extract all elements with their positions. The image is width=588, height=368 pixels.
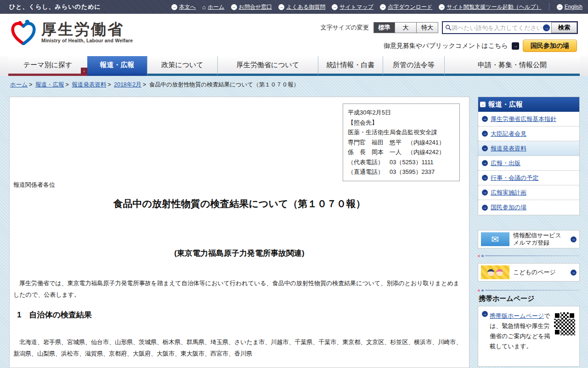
mhlw-logo-mark — [10, 19, 37, 45]
top-link-main-content[interactable]: 本文へ — [179, 3, 196, 11]
top-link-sitemap[interactable]: サイトマップ — [339, 3, 373, 11]
search-button[interactable]: 検索 — [551, 22, 577, 33]
breadcrumb-separator: > — [107, 81, 111, 88]
page-title: 食品中の放射性物質の検査結果について（第１０７０報） — [10, 197, 469, 210]
top-link-faq[interactable]: よくある御質問 — [286, 3, 325, 11]
logo-subtitle: Ministry of Health, Labour and Welfare — [41, 38, 133, 43]
mobile-homepage-link[interactable]: 携帯版ホームページ — [490, 312, 544, 319]
kids-page-banner[interactable]: こどものページ → — [478, 263, 580, 282]
contact-line: 係 長 岡本 一人 （内線4242） — [348, 147, 455, 157]
font-size-large-button[interactable]: 大 — [395, 22, 417, 33]
top-link-english[interactable]: English — [565, 4, 582, 10]
sidebar-nav-header: → 報道・広報 — [478, 97, 579, 112]
mhlw-logo[interactable]: 厚生労働省 Ministry of Health, Labour and Wel… — [10, 19, 133, 45]
main-content: 平成30年2月5日 【照会先】 医薬・生活衛生局食品監視安全課 専門官 福田 悠… — [9, 97, 469, 368]
search-bar: → 検索 — [442, 21, 578, 34]
qr-code — [554, 312, 576, 336]
salutation: 報道関係者各位 — [13, 181, 55, 189]
arrow-circle-icon: → — [557, 4, 563, 10]
contact-line: 医薬・生活衛生局食品監視安全課 — [348, 127, 455, 138]
arrow-circle-icon: → — [278, 4, 284, 10]
mailmag-line1: 情報配信サービス — [513, 232, 561, 239]
sidebar-item-events[interactable]: → 行事・会議の予定 — [478, 171, 579, 185]
breadcrumb-press-releases[interactable]: 報道発表資料 — [72, 81, 106, 88]
global-nav: テーマ別に探す ↓ 報道・広報 政策について 厚生労働省について 統計情報・白書… — [0, 56, 588, 76]
font-size-switcher: 標準 大 特大 — [373, 22, 438, 33]
contact-line: （直通電話） 03（3595）2337 — [348, 167, 455, 177]
tab-label: 申請・募集・情報公開 — [478, 61, 547, 69]
site-tagline: ひと、くらし、みらいのために — [9, 3, 101, 11]
sidebar-item-label: 広報実施計画 — [491, 189, 526, 197]
sidebar-item-label: 国民参加の場 — [491, 203, 526, 212]
arrow-circle-icon: → — [571, 236, 577, 242]
top-utility-bar: ひと、くらし、みらいのために →本文へ ⌂ホーム →お問合せ窓口 →よくある御質… — [0, 0, 588, 14]
top-link-home[interactable]: ホーム — [208, 3, 225, 11]
sidebar-nav-title: 報道・広報 — [488, 100, 523, 109]
tab-label: テーマ別に探す — [23, 61, 72, 69]
sidebar-item-label: 行事・会議の予定 — [491, 174, 538, 182]
breadcrumb-current: 食品中の放射性物質の検査結果について（第１０７０報） — [149, 81, 300, 88]
arrow-circle-icon: → — [482, 145, 488, 151]
contact-line: （代表電話） 03（5253）1111 — [348, 157, 455, 167]
breadcrumb-separator: > — [65, 81, 68, 88]
kids-icon — [481, 265, 509, 279]
site-header: 厚生労働省 Ministry of Health, Labour and Wel… — [0, 14, 588, 56]
header-tools: 文字サイズの変更 標準 大 特大 → 検索 — [321, 21, 578, 34]
top-link-accessibility-tool[interactable]: サイト閲覧支援ツール起動（ヘルプ） — [447, 3, 541, 11]
home-icon: ⌂ — [202, 4, 206, 10]
arrow-circle-icon: → — [482, 311, 488, 317]
tab-about-mhlw[interactable]: 厚生労働省について — [217, 56, 318, 76]
sidebar-item-label: 報道発表資料 — [491, 144, 526, 153]
breadcrumb-home[interactable]: ホーム — [10, 81, 28, 88]
breadcrumb-press[interactable]: 報道・広報 — [35, 81, 64, 88]
sidebar-item-pr-plan[interactable]: → 広報実施計画 — [478, 185, 579, 200]
tab-policy[interactable]: 政策について — [147, 56, 217, 76]
arrow-circle-icon: → — [380, 4, 386, 10]
sidebar-item-press-releases[interactable]: → 報道発表資料 — [478, 141, 579, 156]
arrow-circle-icon: → — [482, 190, 488, 196]
kids-banner-label: こどものページ — [513, 269, 567, 276]
chevron-down-icon[interactable]: ↓ — [81, 68, 87, 74]
arrow-circle-icon: → — [482, 160, 488, 166]
font-size-xlarge-button[interactable]: 特大 — [417, 22, 438, 33]
contact-info-box: 平成30年2月5日 【照会先】 医薬・生活衛生局食品監視安全課 専門官 福田 悠… — [343, 104, 460, 181]
tab-laws[interactable]: 所管の法令等 — [383, 56, 444, 76]
public-participation-button[interactable]: 国民参加の場 — [523, 40, 577, 52]
mailmag-banner[interactable]: ✉ 情報配信サービス メルマガ登録 → — [478, 230, 580, 248]
top-links: →本文へ ⌂ホーム →お問合せ窓口 →よくある御質問 →サイトマップ →点字ダウ… — [171, 3, 582, 11]
arrow-circle-icon: → — [482, 205, 488, 211]
contact-line: 平成30年2月5日 — [348, 108, 455, 118]
logo-title: 厚生労働省 — [41, 21, 133, 38]
sidebar-item-pr-policy[interactable]: → 厚生労働省広報基本指針 — [478, 112, 579, 126]
tab-statistics[interactable]: 統計情報・白書 — [318, 56, 383, 76]
tab-theme-search[interactable]: テーマ別に探す ↓ — [8, 56, 87, 76]
envelope-icon: ✉ — [481, 232, 509, 246]
font-size-standard-button[interactable]: 標準 — [373, 22, 395, 33]
section1-body: 北海道、岩手県、宮城県、仙台市、山形県、茨城県、栃木県、群馬県、埼玉県、さいたま… — [13, 336, 465, 359]
divider — [478, 254, 580, 257]
sidebar-nav: → 報道・広報 → 厚生労働省広報基本指針 → 大臣記者会見 → 報道発表資料 … — [478, 97, 580, 215]
contact-line: 専門官 福田 悠平 （内線4241） — [348, 138, 455, 148]
top-link-contact[interactable]: お問合せ窓口 — [239, 3, 272, 11]
sidebar-item-label: 大臣記者会見 — [491, 130, 526, 138]
sidebar-item-minister-press[interactable]: → 大臣記者会見 — [478, 126, 579, 141]
tab-applications[interactable]: 申請・募集・情報公開 — [444, 56, 580, 76]
sidebar-item-publications[interactable]: → 広報・出版 — [478, 156, 579, 171]
top-link-braille[interactable]: 点字ダウンロード — [388, 3, 432, 11]
arrow-circle-icon: → — [571, 270, 577, 276]
search-input[interactable] — [452, 23, 542, 33]
sidebar-item-participation[interactable]: → 国民参加の場 — [478, 200, 579, 215]
public-comment-row: 御意見募集やパブリックコメントはこちら → 国民参加の場 — [384, 40, 577, 52]
tab-press[interactable]: 報道・広報 — [87, 56, 147, 76]
sidebar-item-label: 厚生労働省広報基本指針 — [491, 115, 556, 123]
breadcrumb-month[interactable]: 2018年2月 — [114, 81, 141, 88]
arrow-circle-icon: → — [171, 4, 177, 10]
tab-label: 厚生労働省について — [237, 61, 299, 69]
divider — [549, 4, 549, 10]
girl-face-icon — [496, 269, 503, 276]
arrow-circle-icon: → — [482, 116, 488, 122]
intro-paragraph: 厚生労働省では、東京電力福島原子力発電所事故を踏まえて自治体等において行われてい… — [13, 277, 465, 300]
divider — [478, 289, 580, 292]
tab-label: 統計情報・白書 — [327, 61, 375, 69]
arrow-right-icon: → — [480, 102, 486, 107]
